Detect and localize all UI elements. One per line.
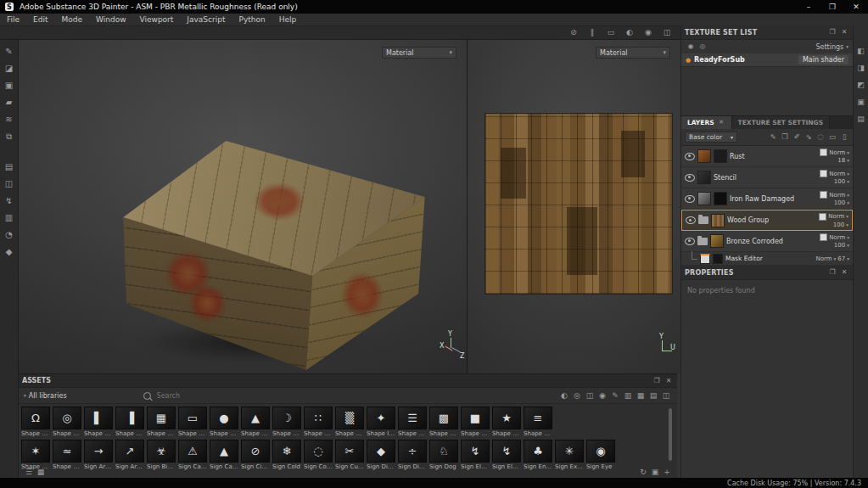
- asset-thumbnail[interactable]: ❄: [272, 440, 301, 463]
- texture-set-row[interactable]: ● ReadyForSub Main shader: [681, 53, 853, 67]
- asset-item[interactable]: ▩ Shape Offset: [429, 407, 461, 437]
- asset-thumbnail[interactable]: ◌: [304, 440, 333, 463]
- asset-thumbnail[interactable]: ↗: [115, 440, 144, 463]
- asset-item[interactable]: ∷ Shape Dots: [304, 407, 335, 437]
- close-icon[interactable]: ✕: [839, 25, 849, 39]
- refresh-shelf-icon[interactable]: ↻: [637, 465, 649, 479]
- filter-smart-masks-icon[interactable]: ◫: [584, 389, 596, 402]
- dock-panel-icon-1[interactable]: ◧: [854, 44, 868, 58]
- visibility-eye-icon[interactable]: [685, 174, 695, 182]
- asset-item[interactable]: ■ Shape Squ...: [461, 407, 492, 437]
- asset-thumbnail[interactable]: ↯: [461, 440, 490, 463]
- dock-icon[interactable]: ❐: [827, 266, 837, 279]
- blend-mode-dropdown[interactable]: Norm: [829, 149, 845, 156]
- filter-materials-icon[interactable]: ◐: [558, 389, 570, 402]
- menu-item[interactable]: Mode: [55, 15, 90, 24]
- shader-settings-icon[interactable]: ◐: [623, 26, 636, 40]
- shelf-effects-icon[interactable]: ↯: [3, 194, 16, 208]
- asset-item[interactable]: ▌ Shape Bor...: [84, 407, 115, 437]
- asset-item[interactable]: Ω Shape Bell...: [21, 407, 53, 437]
- asset-thumbnail[interactable]: ▲: [241, 407, 270, 429]
- clone-tool-icon[interactable]: ⧉: [3, 130, 16, 143]
- delete-layer-icon[interactable]: ▯: [839, 131, 849, 144]
- eye-outline-icon[interactable]: ◎: [697, 40, 708, 53]
- close-icon[interactable]: ✕: [839, 266, 849, 279]
- visibility-eye-icon[interactable]: [686, 216, 696, 224]
- opacity-value[interactable]: 100: [834, 199, 845, 206]
- add-paint-layer-icon[interactable]: ✎: [768, 131, 778, 144]
- uniform-color-swatch[interactable]: [820, 149, 827, 156]
- material-mode-dropdown-3d[interactable]: Material ▾: [382, 47, 456, 59]
- asset-thumbnail[interactable]: ≡: [524, 407, 552, 429]
- layer-row-iron-raw-damaged[interactable]: Iron Raw Damaged Norm ▾ 100 ▾: [681, 188, 853, 210]
- blend-mode-dropdown[interactable]: Norm: [828, 213, 844, 220]
- menu-item[interactable]: Help: [272, 15, 304, 24]
- shelf-alphas-icon[interactable]: ▥: [3, 211, 16, 225]
- grid-layout-icon[interactable]: ◫: [660, 389, 672, 402]
- layer-row-bronze-corroded[interactable]: Bronze Corroded Norm ▾ 100 ▾: [681, 231, 853, 252]
- uniform-color-swatch[interactable]: [820, 170, 827, 177]
- shelf-brushes-icon[interactable]: ◆: [3, 245, 16, 259]
- asset-item[interactable]: ● Shape Circle: [210, 407, 241, 437]
- asset-thumbnail[interactable]: ▦: [147, 407, 176, 429]
- add-group-icon[interactable]: ▭: [827, 131, 837, 144]
- polygon-fill-tool-icon[interactable]: ▰: [3, 96, 16, 109]
- filter-alphas-icon[interactable]: ▥: [622, 389, 634, 402]
- dock-icon[interactable]: ❐: [652, 374, 662, 388]
- asset-thumbnail[interactable]: ♘: [429, 440, 458, 463]
- asset-item[interactable]: ☰ Shape Line...: [398, 407, 429, 437]
- asset-thumbnail[interactable]: ⚠: [178, 440, 207, 463]
- assets-scrollbar[interactable]: [669, 408, 672, 461]
- shelf-materials-icon[interactable]: ▤: [3, 160, 16, 174]
- asset-item[interactable]: ▲ Shape Cone: [241, 407, 272, 437]
- asset-thumbnail[interactable]: ⊘: [241, 440, 270, 463]
- blend-mode-dropdown[interactable]: Norm: [829, 234, 845, 241]
- asset-item[interactable]: ▒ Shape Gra...: [335, 407, 367, 437]
- layer-row-rust[interactable]: Rust Norm ▾ 18 ▾: [681, 146, 853, 167]
- maximize-icon[interactable]: ❐: [820, 0, 844, 14]
- eraser-tool-icon[interactable]: ◪: [3, 62, 16, 76]
- opacity-value[interactable]: 100: [833, 222, 844, 228]
- asset-thumbnail[interactable]: ☰: [398, 407, 427, 429]
- dock-panel-icon-5[interactable]: ▤: [854, 112, 868, 126]
- blend-mode-dropdown[interactable]: Norm: [829, 192, 845, 199]
- filter-textures-icon[interactable]: ▦: [635, 389, 647, 402]
- asset-item[interactable]: ◎ Shape Bor...: [53, 407, 84, 437]
- uniform-color-swatch[interactable]: [819, 213, 826, 221]
- video-capture-icon[interactable]: ◫: [660, 26, 674, 40]
- asset-thumbnail[interactable]: ◎: [53, 407, 81, 429]
- asset-item[interactable]: ▭ Shape Cap...: [178, 407, 210, 437]
- asset-thumbnail[interactable]: ▐: [115, 407, 144, 429]
- asset-thumbnail[interactable]: →: [84, 440, 113, 463]
- search-input[interactable]: [155, 391, 260, 401]
- blend-mode-dropdown[interactable]: Norm: [815, 255, 832, 262]
- paint-tool-icon[interactable]: ✎: [3, 45, 16, 59]
- tab-close-icon[interactable]: ✕: [718, 116, 725, 130]
- opacity-value[interactable]: 18: [837, 157, 845, 164]
- asset-thumbnail[interactable]: ✂: [335, 440, 364, 463]
- menu-item[interactable]: Window: [89, 15, 133, 24]
- uv-texture-map[interactable]: [484, 113, 673, 294]
- asset-thumbnail[interactable]: ★: [492, 407, 521, 429]
- dock-panel-icon-3[interactable]: ◩: [854, 78, 868, 92]
- shelf-smart-materials-icon[interactable]: ◫: [3, 177, 16, 191]
- material-mode-dropdown-2d[interactable]: Material ▾: [596, 47, 670, 59]
- add-mask-icon[interactable]: ◌: [815, 131, 826, 144]
- close-icon[interactable]: ✕: [844, 0, 868, 14]
- minimize-icon[interactable]: –: [797, 0, 820, 14]
- shelf-textures-icon[interactable]: ◔: [3, 228, 16, 242]
- asset-thumbnail[interactable]: ∷: [304, 407, 333, 429]
- asset-thumbnail[interactable]: ▌: [84, 407, 113, 429]
- tab-texture-set-settings[interactable]: TEXTURE SET SETTINGS: [732, 116, 831, 129]
- perspective-toggle-icon[interactable]: ⊘: [567, 26, 580, 40]
- menu-item[interactable]: Edit: [26, 15, 54, 24]
- opacity-value[interactable]: 100: [834, 178, 845, 185]
- asset-thumbnail[interactable]: ▭: [178, 407, 207, 429]
- add-effect-icon[interactable]: ⇘: [804, 131, 814, 144]
- asset-thumbnail[interactable]: ◉: [586, 440, 615, 463]
- filter-smart-materials-icon[interactable]: ◎: [571, 389, 583, 402]
- asset-thumbnail[interactable]: ◆: [367, 440, 395, 463]
- asset-thumbnail[interactable]: ☽: [272, 407, 301, 429]
- visibility-eye-icon[interactable]: [685, 238, 695, 245]
- menu-item[interactable]: Python: [232, 15, 272, 24]
